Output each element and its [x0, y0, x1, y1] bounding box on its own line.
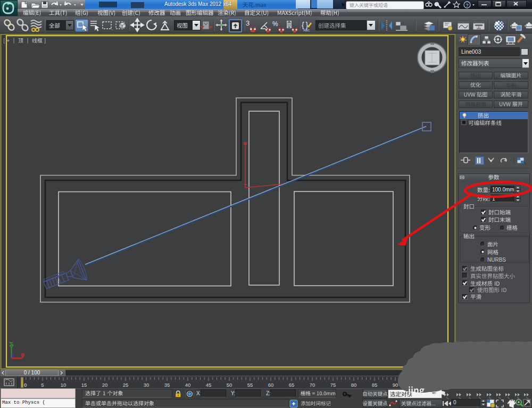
- svg-text:{ }: { }: [302, 21, 308, 29]
- svg-text:?: ?: [466, 3, 468, 8]
- svg-text:ABC: ABC: [303, 29, 310, 32]
- svg-text:%: %: [272, 20, 278, 28]
- svg-text:3: 3: [246, 19, 250, 27]
